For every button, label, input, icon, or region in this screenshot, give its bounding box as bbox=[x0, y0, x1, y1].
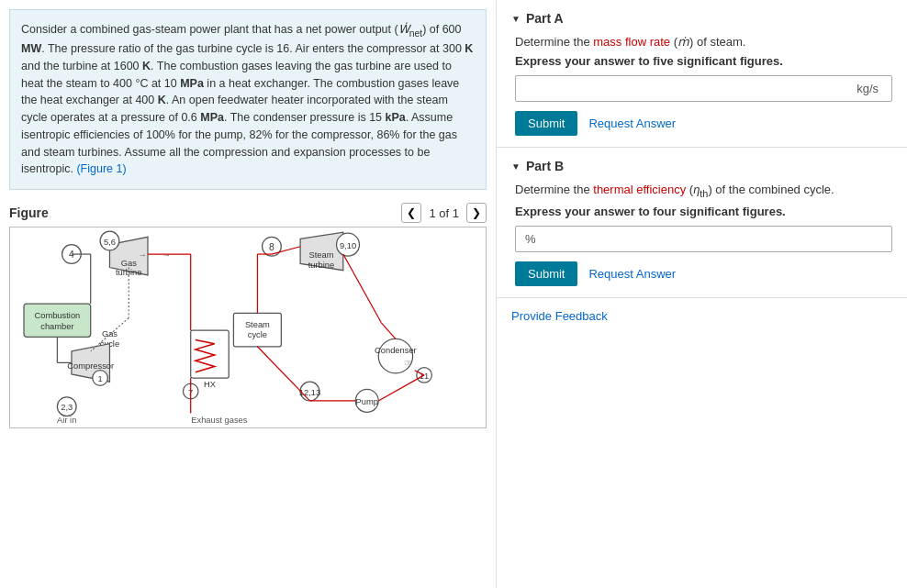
part-b-input[interactable] bbox=[540, 232, 882, 246]
svg-text:Gas: Gas bbox=[102, 330, 118, 339]
svg-text:5,6: 5,6 bbox=[104, 238, 116, 247]
part-a-actions: Submit Request Answer bbox=[515, 111, 892, 136]
provide-feedback-link[interactable]: Provide Feedback bbox=[511, 309, 608, 323]
part-a-section: ▼ Part A Determine the mass flow rate (ṁ… bbox=[497, 0, 907, 148]
svg-text:chamber: chamber bbox=[40, 322, 73, 331]
problem-statement: Consider a combined gas-steam power plan… bbox=[9, 9, 487, 190]
svg-text:Compressor: Compressor bbox=[67, 361, 114, 371]
part-a-body: Determine the mass flow rate (ṁ) of stea… bbox=[511, 35, 892, 136]
svg-text:Exhaust gases: Exhaust gases bbox=[191, 416, 248, 425]
svg-text:Gas: Gas bbox=[121, 259, 137, 268]
figure-svg: 4 Gas turbine 5,6 Combustion chamber Gas… bbox=[10, 227, 486, 427]
svg-text:Steam: Steam bbox=[308, 250, 333, 260]
svg-text:HX: HX bbox=[204, 381, 217, 390]
figure-next-button[interactable]: ❯ bbox=[466, 203, 487, 223]
figure-title: Figure bbox=[9, 205, 49, 220]
right-panel: ▼ Part A Determine the mass flow rate (ṁ… bbox=[496, 0, 907, 588]
figure-diagram: 4 Gas turbine 5,6 Combustion chamber Gas… bbox=[9, 227, 487, 428]
part-a-header[interactable]: ▼ Part A bbox=[511, 11, 892, 26]
part-b-request-answer-link[interactable]: Request Answer bbox=[588, 267, 676, 281]
svg-text:2,3: 2,3 bbox=[61, 403, 73, 412]
part-a-submit-button[interactable]: Submit bbox=[515, 111, 577, 136]
svg-text:☞: ☞ bbox=[404, 358, 412, 368]
figure-section: Figure ❮ 1 of 1 ❯ 4 Gas turbine bbox=[9, 199, 487, 428]
part-a-label: Part A bbox=[526, 11, 564, 26]
svg-text:turbine: turbine bbox=[308, 261, 335, 270]
part-b-unit: % bbox=[525, 232, 536, 246]
svg-text:→: → bbox=[162, 250, 171, 260]
svg-text:→: → bbox=[139, 250, 147, 260]
figure-page-label: 1 of 1 bbox=[429, 206, 459, 220]
svg-text:9,10: 9,10 bbox=[340, 241, 356, 250]
part-b-submit-button[interactable]: Submit bbox=[515, 261, 577, 286]
part-a-unit: kg/s bbox=[857, 82, 879, 95]
part-b-header[interactable]: ▼ Part B bbox=[511, 159, 892, 173]
svg-text:Steam: Steam bbox=[245, 320, 270, 329]
part-b-section: ▼ Part B Determine the thermal efficienc… bbox=[497, 148, 907, 298]
figure-nav: ❮ 1 of 1 ❯ bbox=[401, 203, 487, 223]
part-a-request-answer-link[interactable]: Request Answer bbox=[588, 116, 676, 130]
left-panel: Consider a combined gas-steam power plan… bbox=[0, 0, 496, 588]
svg-text:1: 1 bbox=[97, 374, 102, 383]
svg-point-27 bbox=[378, 339, 412, 373]
svg-text:Combustion: Combustion bbox=[34, 311, 80, 320]
part-b-input-wrapper: % bbox=[515, 226, 892, 252]
part-b-actions: Submit Request Answer bbox=[515, 261, 892, 286]
svg-text:8: 8 bbox=[269, 242, 274, 252]
svg-text:Condenser: Condenser bbox=[375, 346, 417, 355]
svg-text:Air in: Air in bbox=[57, 416, 76, 425]
part-b-label: Part B bbox=[526, 159, 564, 173]
svg-text:Pump: Pump bbox=[356, 397, 378, 406]
part-b-body: Determine the thermal efficiency (ηth) o… bbox=[511, 183, 892, 286]
part-a-input[interactable] bbox=[525, 82, 857, 95]
part-b-toggle-icon: ▼ bbox=[511, 161, 521, 172]
figure-prev-button[interactable]: ❮ bbox=[401, 203, 421, 223]
part-a-question: Determine the mass flow rate (ṁ) of stea… bbox=[515, 35, 892, 49]
figure-link[interactable]: (Figure 1) bbox=[76, 162, 126, 175]
part-a-input-wrapper: kg/s bbox=[515, 75, 892, 102]
part-a-toggle-icon: ▼ bbox=[511, 14, 521, 24]
svg-rect-8 bbox=[24, 304, 91, 337]
part-b-subtext: Express your answer to four significant … bbox=[515, 205, 892, 218]
part-b-question: Determine the thermal efficiency (ηth) o… bbox=[515, 183, 892, 199]
svg-text:cycle: cycle bbox=[248, 331, 267, 340]
svg-text:4: 4 bbox=[69, 250, 74, 260]
feedback-section: Provide Feedback bbox=[497, 298, 907, 334]
figure-header: Figure ❮ 1 of 1 ❯ bbox=[9, 199, 487, 227]
part-a-subtext: Express your answer to five significant … bbox=[515, 54, 892, 68]
